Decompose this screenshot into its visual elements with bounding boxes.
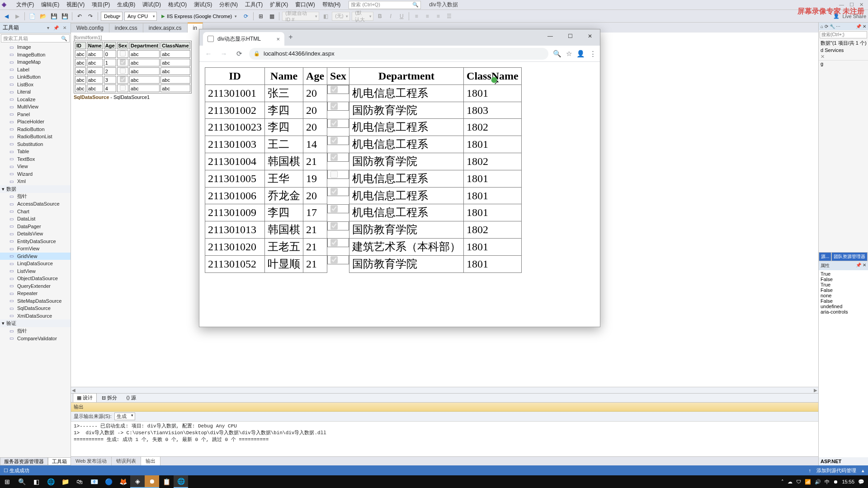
- start-button[interactable]: ⊞: [0, 475, 14, 488]
- toolbox-item[interactable]: ▭指针: [0, 327, 71, 335]
- dock-tab-server-explorer[interactable]: 服务器资源管理器: [0, 457, 48, 465]
- back-nav-icon[interactable]: ◀: [2, 12, 11, 21]
- right-item[interactable]: g: [819, 61, 868, 67]
- close-icon[interactable]: ✕: [859, 2, 863, 8]
- property-row[interactable]: True: [821, 271, 866, 277]
- toolbox-item[interactable]: ▭Repeater: [0, 290, 71, 297]
- property-row[interactable]: none: [821, 293, 866, 298]
- menu-item[interactable]: 项目(P): [88, 0, 113, 9]
- grid-row[interactable]: abcabc0abcabc: [75, 50, 190, 58]
- right-tab-2[interactable]: 团队资源管理器: [831, 252, 868, 261]
- right-header-icons[interactable]: ⌂ ⟳ 🔧 ⋯: [821, 24, 840, 29]
- minimize-icon[interactable]: —: [839, 2, 844, 8]
- view-design-tab[interactable]: ▦设计: [73, 393, 97, 403]
- browser-tab[interactable]: div动态显示HTML ×: [203, 32, 284, 46]
- toolbox-item[interactable]: ▭RadioButtonList: [0, 133, 71, 141]
- toolbox-item[interactable]: ▭Substitution: [0, 141, 71, 148]
- toolbox-item[interactable]: ▭Localize: [0, 96, 71, 103]
- designer-hscroll[interactable]: ◀▶: [71, 387, 818, 393]
- toolbox-item[interactable]: ▭指针: [0, 193, 71, 201]
- properties-list[interactable]: TrueFalseTrueFalsenoneFalseundefinedaria…: [819, 270, 868, 457]
- toolbox-group[interactable]: ▾验证: [0, 319, 71, 327]
- toolbox-item[interactable]: ▭MultiView: [0, 103, 71, 111]
- browser-refresh-icon[interactable]: ⟳: [241, 12, 250, 21]
- new-tab-button[interactable]: +: [284, 33, 297, 41]
- tool-icon-1[interactable]: ⊞: [256, 12, 265, 21]
- toolbox-item[interactable]: ▭RadioButton: [0, 126, 71, 133]
- toolbox-list[interactable]: ▭Image▭ImageButton▭ImageMap▭Label▭LinkBu…: [0, 43, 71, 465]
- menu-item[interactable]: 生成(B): [113, 0, 139, 9]
- gridview-preview[interactable]: IDNameAgeSexDepartmentClassNameabcabc0ab…: [74, 41, 192, 94]
- task-firefox-icon[interactable]: 🦊: [116, 475, 130, 488]
- dock-tab-toolbox[interactable]: 工具箱: [48, 457, 71, 465]
- grid-row[interactable]: abcabc1abcabc: [75, 59, 190, 66]
- toolbox-item[interactable]: ▭TextBox: [0, 155, 71, 163]
- menu-item[interactable]: 格式(O): [165, 0, 190, 9]
- toolbox-item[interactable]: ▭SqlDataSource: [0, 305, 71, 312]
- toolbox-item[interactable]: ▭Table: [0, 148, 71, 155]
- toolbox-header-icons[interactable]: ▾ 📌 ✕: [47, 25, 68, 30]
- tray-chevron-icon[interactable]: ˄: [781, 479, 784, 485]
- menu-item[interactable]: 视图(V): [63, 0, 88, 9]
- maximize-icon[interactable]: ☐: [849, 2, 854, 8]
- menu-item[interactable]: 文件(F): [13, 0, 38, 9]
- toolbox-item[interactable]: ▭DetailsView: [0, 230, 71, 238]
- tray-ime-icon[interactable]: 中: [825, 479, 830, 485]
- tray-capture-icon[interactable]: ⏺: [833, 479, 838, 484]
- property-row[interactable]: False: [821, 298, 866, 304]
- toolbox-item[interactable]: ▭AccessDataSource: [0, 200, 71, 208]
- menu-item[interactable]: 调试(D): [139, 0, 165, 9]
- live-share-label[interactable]: Live Share: [842, 14, 866, 19]
- right-item[interactable]: d Services: [819, 47, 868, 53]
- toolbox-item[interactable]: ▭ListView: [0, 267, 71, 275]
- live-share-icon[interactable]: 👤: [833, 13, 840, 19]
- props-close-icon[interactable]: 📌 ✕: [856, 263, 866, 269]
- browser-titlebar[interactable]: div动态显示HTML × + — ☐ ✕: [199, 29, 600, 46]
- browser-maximize-icon[interactable]: ☐: [560, 29, 580, 43]
- task-chrome-icon[interactable]: 🌐: [174, 475, 188, 488]
- output-source-combo[interactable]: 生成 ▾: [114, 413, 135, 420]
- menu-item[interactable]: 工具(T): [241, 0, 266, 9]
- bottom-tab[interactable]: 输出: [141, 457, 160, 465]
- config-combo[interactable]: Debug: [101, 12, 123, 21]
- system-tray[interactable]: ˄ ☁ 🛡 📶 🔊 中 ⏺ 15:55 💬: [778, 479, 868, 485]
- open-icon[interactable]: 📂: [38, 12, 47, 21]
- grid-row[interactable]: abcabc3abcabc: [75, 76, 190, 84]
- toolbox-item[interactable]: ▭LinkButton: [0, 73, 71, 81]
- task-app2-icon[interactable]: 🔵: [101, 475, 116, 488]
- undo-icon[interactable]: ↶: [75, 12, 84, 21]
- toolbox-item[interactable]: ▭EntityDataSource: [0, 238, 71, 245]
- browser-minimize-icon[interactable]: —: [540, 29, 560, 43]
- menu-item[interactable]: 窗口(W): [292, 0, 318, 9]
- toolbox-item[interactable]: ▭ListBox: [0, 81, 71, 89]
- right-tab-1[interactable]: 源...: [819, 252, 831, 261]
- output-body[interactable]: 1>------ 已启动生成: 项目: div导入数据, 配置: Debug A…: [71, 422, 818, 456]
- save-all-icon[interactable]: 💾: [60, 12, 69, 21]
- toolbox-item[interactable]: ▭LinqDataSource: [0, 260, 71, 267]
- toolbox-item[interactable]: ▭Chart: [0, 208, 71, 216]
- platform-combo[interactable]: Any CPU: [124, 12, 157, 21]
- bottom-tab[interactable]: Web 发布活动: [71, 457, 112, 465]
- property-row[interactable]: False: [821, 287, 866, 293]
- omnibox[interactable]: 🔒 localhost:44366/index.aspx: [249, 48, 548, 60]
- menu-item[interactable]: 分析(N): [216, 0, 241, 9]
- view-split-tab[interactable]: ⊟拆分: [98, 393, 121, 403]
- tray-notifications-icon[interactable]: 💬: [858, 479, 864, 485]
- right-search-input[interactable]: 搜索(Ctrl+;): [820, 31, 867, 38]
- tab-close-icon[interactable]: ×: [276, 36, 280, 42]
- toolbox-item[interactable]: ▭Panel: [0, 111, 71, 118]
- toolbox-item[interactable]: ▭Label: [0, 66, 71, 74]
- toolbox-item[interactable]: ▭Xml: [0, 178, 71, 185]
- toolbox-item[interactable]: ▭DataPager: [0, 223, 71, 230]
- menu-item[interactable]: 测试(S): [190, 0, 216, 9]
- redo-icon[interactable]: ↷: [86, 12, 95, 21]
- menu-dots-icon[interactable]: ⋮: [590, 50, 596, 58]
- toolbox-item[interactable]: ▭ImageButton: [0, 51, 71, 59]
- task-store-icon[interactable]: 🛍: [72, 475, 87, 488]
- tray-defender-icon[interactable]: 🛡: [796, 479, 801, 484]
- toolbox-item[interactable]: ▭XmlDataSource: [0, 312, 71, 320]
- status-right[interactable]: 添加到源代码管理: [816, 467, 856, 474]
- grid-row[interactable]: abcabc2abcabc: [75, 67, 190, 75]
- run-button[interactable]: ▶ IIS Express (Google Chrome) ▾: [159, 12, 240, 21]
- editor-tab[interactable]: index.aspx.cs: [143, 23, 188, 33]
